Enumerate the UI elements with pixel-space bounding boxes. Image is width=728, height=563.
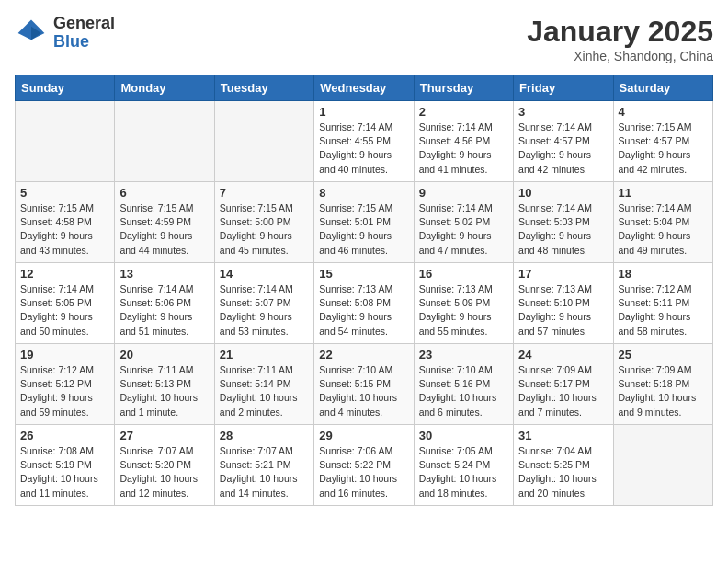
calendar-cell: 4Sunrise: 7:15 AM Sunset: 4:57 PM Daylig… (613, 101, 712, 182)
day-number: 23 (419, 348, 508, 362)
day-info: Sunrise: 7:13 AM Sunset: 5:08 PM Dayligh… (319, 282, 408, 339)
day-info: Sunrise: 7:14 AM Sunset: 5:06 PM Dayligh… (119, 282, 209, 339)
calendar-cell: 30Sunrise: 7:05 AM Sunset: 5:24 PM Dayli… (414, 425, 513, 506)
calendar-cell: 6Sunrise: 7:15 AM Sunset: 4:59 PM Daylig… (115, 182, 214, 263)
day-info: Sunrise: 7:14 AM Sunset: 5:07 PM Dayligh… (220, 282, 309, 339)
day-info: Sunrise: 7:15 AM Sunset: 5:01 PM Dayligh… (319, 201, 408, 258)
day-number: 10 (518, 186, 608, 200)
day-info: Sunrise: 7:14 AM Sunset: 4:55 PM Dayligh… (319, 121, 408, 177)
day-number: 28 (220, 429, 309, 442)
day-info: Sunrise: 7:13 AM Sunset: 5:09 PM Dayligh… (419, 282, 508, 339)
day-number: 16 (419, 267, 508, 281)
calendar-cell: 23Sunrise: 7:10 AM Sunset: 5:16 PM Dayli… (414, 344, 513, 425)
calendar-cell: 22Sunrise: 7:10 AM Sunset: 5:15 PM Dayli… (314, 344, 414, 425)
calendar-cell: 9Sunrise: 7:14 AM Sunset: 5:02 PM Daylig… (414, 182, 513, 263)
calendar-cell: 25Sunrise: 7:09 AM Sunset: 5:18 PM Dayli… (613, 344, 712, 425)
day-number: 20 (119, 348, 209, 362)
month-title: January 2025 (527, 15, 713, 49)
day-info: Sunrise: 7:04 AM Sunset: 5:25 PM Dayligh… (518, 444, 608, 500)
calendar-cell: 18Sunrise: 7:12 AM Sunset: 5:11 PM Dayli… (613, 263, 712, 344)
calendar-cell: 5Sunrise: 7:15 AM Sunset: 4:58 PM Daylig… (16, 182, 115, 263)
day-number: 15 (319, 267, 408, 281)
day-info: Sunrise: 7:10 AM Sunset: 5:15 PM Dayligh… (319, 363, 408, 419)
calendar-cell: 2Sunrise: 7:14 AM Sunset: 4:56 PM Daylig… (414, 101, 513, 182)
day-number: 3 (518, 105, 608, 119)
day-info: Sunrise: 7:12 AM Sunset: 5:12 PM Dayligh… (20, 363, 109, 419)
day-number: 5 (20, 186, 109, 200)
location: Xinhe, Shandong, China (527, 49, 713, 63)
calendar-cell: 14Sunrise: 7:14 AM Sunset: 5:07 PM Dayli… (214, 263, 313, 344)
day-info: Sunrise: 7:14 AM Sunset: 5:05 PM Dayligh… (20, 282, 109, 339)
logo: General Blue (15, 15, 115, 52)
calendar-cell (613, 425, 712, 506)
days-header-row: SundayMondayTuesdayWednesdayThursdayFrid… (16, 75, 713, 101)
day-info: Sunrise: 7:14 AM Sunset: 4:57 PM Dayligh… (518, 121, 608, 177)
day-number: 19 (20, 348, 109, 362)
calendar-cell: 26Sunrise: 7:08 AM Sunset: 5:19 PM Dayli… (16, 425, 115, 506)
day-info: Sunrise: 7:08 AM Sunset: 5:19 PM Dayligh… (20, 444, 109, 500)
day-info: Sunrise: 7:12 AM Sunset: 5:11 PM Dayligh… (619, 282, 708, 339)
logo-blue-text: Blue (53, 33, 115, 52)
day-info: Sunrise: 7:15 AM Sunset: 4:57 PM Dayligh… (619, 121, 708, 177)
calendar-cell: 19Sunrise: 7:12 AM Sunset: 5:12 PM Dayli… (16, 344, 115, 425)
day-number: 14 (220, 267, 309, 281)
calendar-cell: 15Sunrise: 7:13 AM Sunset: 5:08 PM Dayli… (314, 263, 414, 344)
day-number: 7 (220, 186, 309, 200)
day-number: 9 (419, 186, 508, 200)
day-number: 21 (220, 348, 309, 362)
calendar-cell: 1Sunrise: 7:14 AM Sunset: 4:55 PM Daylig… (314, 101, 414, 182)
calendar-cell: 17Sunrise: 7:13 AM Sunset: 5:10 PM Dayli… (514, 263, 613, 344)
calendar-cell: 12Sunrise: 7:14 AM Sunset: 5:05 PM Dayli… (16, 263, 115, 344)
day-info: Sunrise: 7:07 AM Sunset: 5:21 PM Dayligh… (220, 444, 309, 500)
day-info: Sunrise: 7:14 AM Sunset: 5:04 PM Dayligh… (619, 201, 708, 258)
day-number: 2 (419, 105, 508, 119)
day-info: Sunrise: 7:05 AM Sunset: 5:24 PM Dayligh… (419, 444, 508, 500)
week-row-2: 5Sunrise: 7:15 AM Sunset: 4:58 PM Daylig… (16, 182, 713, 263)
title-block: January 2025 Xinhe, Shandong, China (527, 15, 713, 63)
week-row-5: 26Sunrise: 7:08 AM Sunset: 5:19 PM Dayli… (16, 425, 713, 506)
calendar-cell: 11Sunrise: 7:14 AM Sunset: 5:04 PM Dayli… (613, 182, 712, 263)
day-number: 22 (319, 348, 408, 362)
calendar-cell: 13Sunrise: 7:14 AM Sunset: 5:06 PM Dayli… (115, 263, 214, 344)
day-info: Sunrise: 7:09 AM Sunset: 5:17 PM Dayligh… (518, 363, 608, 419)
day-info: Sunrise: 7:11 AM Sunset: 5:13 PM Dayligh… (119, 363, 209, 419)
page-header: General Blue January 2025 Xinhe, Shandon… (15, 15, 713, 63)
day-number: 4 (619, 105, 708, 119)
day-info: Sunrise: 7:07 AM Sunset: 5:20 PM Dayligh… (119, 444, 209, 500)
day-header-wednesday: Wednesday (314, 75, 414, 101)
day-number: 29 (319, 429, 408, 442)
day-number: 11 (619, 186, 708, 200)
day-info: Sunrise: 7:11 AM Sunset: 5:14 PM Dayligh… (220, 363, 309, 419)
calendar-cell: 10Sunrise: 7:14 AM Sunset: 5:03 PM Dayli… (514, 182, 613, 263)
day-info: Sunrise: 7:06 AM Sunset: 5:22 PM Dayligh… (319, 444, 408, 500)
calendar-cell: 28Sunrise: 7:07 AM Sunset: 5:21 PM Dayli… (214, 425, 313, 506)
logo-general-text: General (53, 15, 115, 33)
calendar-cell: 3Sunrise: 7:14 AM Sunset: 4:57 PM Daylig… (514, 101, 613, 182)
day-header-monday: Monday (115, 75, 214, 101)
day-info: Sunrise: 7:15 AM Sunset: 4:59 PM Dayligh… (119, 201, 209, 258)
day-info: Sunrise: 7:09 AM Sunset: 5:18 PM Dayligh… (619, 363, 708, 419)
day-header-sunday: Sunday (16, 75, 115, 101)
day-info: Sunrise: 7:10 AM Sunset: 5:16 PM Dayligh… (419, 363, 508, 419)
week-row-3: 12Sunrise: 7:14 AM Sunset: 5:05 PM Dayli… (16, 263, 713, 344)
logo-text: General Blue (53, 15, 115, 52)
day-header-thursday: Thursday (414, 75, 513, 101)
calendar-cell: 27Sunrise: 7:07 AM Sunset: 5:20 PM Dayli… (115, 425, 214, 506)
day-info: Sunrise: 7:14 AM Sunset: 5:02 PM Dayligh… (419, 201, 508, 258)
day-number: 1 (319, 105, 408, 119)
calendar-cell: 31Sunrise: 7:04 AM Sunset: 5:25 PM Dayli… (514, 425, 613, 506)
day-number: 18 (619, 267, 708, 281)
day-header-saturday: Saturday (613, 75, 712, 101)
calendar-table: SundayMondayTuesdayWednesdayThursdayFrid… (15, 75, 713, 506)
day-number: 13 (119, 267, 209, 281)
calendar-cell: 16Sunrise: 7:13 AM Sunset: 5:09 PM Dayli… (414, 263, 513, 344)
week-row-1: 1Sunrise: 7:14 AM Sunset: 4:55 PM Daylig… (16, 101, 713, 182)
day-info: Sunrise: 7:15 AM Sunset: 5:00 PM Dayligh… (220, 201, 309, 258)
calendar-body: 1Sunrise: 7:14 AM Sunset: 4:55 PM Daylig… (16, 101, 713, 506)
logo-icon (15, 17, 48, 50)
calendar-cell (16, 101, 115, 182)
calendar-cell: 24Sunrise: 7:09 AM Sunset: 5:17 PM Dayli… (514, 344, 613, 425)
day-number: 24 (518, 348, 608, 362)
day-info: Sunrise: 7:13 AM Sunset: 5:10 PM Dayligh… (518, 282, 608, 339)
day-number: 30 (419, 429, 508, 442)
